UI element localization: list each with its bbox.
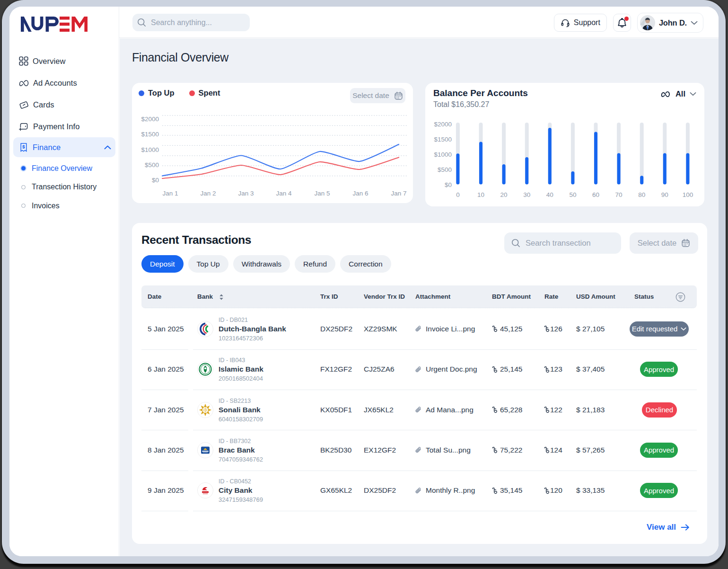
- svg-text:0: 0: [456, 191, 460, 198]
- svg-text:80: 80: [638, 191, 645, 198]
- svg-text:$0: $0: [152, 177, 159, 184]
- svg-text:20: 20: [500, 191, 508, 198]
- svg-text:$1000: $1000: [434, 151, 452, 158]
- svg-text:Jan 1: Jan 1: [162, 190, 178, 197]
- svg-text:$500: $500: [145, 161, 159, 169]
- svg-text:90: 90: [661, 191, 668, 198]
- svg-text:100: 100: [683, 191, 693, 198]
- svg-text:Jan 4: Jan 4: [276, 190, 292, 197]
- svg-text:Jan 6: Jan 6: [352, 190, 368, 197]
- svg-text:Jan 7: Jan 7: [391, 190, 406, 197]
- svg-text:Jan 3: Jan 3: [238, 190, 254, 197]
- svg-text:$2000: $2000: [141, 116, 159, 123]
- svg-text:40: 40: [546, 191, 553, 198]
- svg-text:$500: $500: [438, 166, 452, 173]
- svg-text:50: 50: [569, 191, 576, 198]
- svg-text:Jan 5: Jan 5: [314, 190, 330, 197]
- svg-text:$0: $0: [445, 181, 452, 188]
- svg-text:30: 30: [523, 191, 530, 198]
- svg-text:$1500: $1500: [141, 131, 159, 138]
- svg-text:$1500: $1500: [434, 136, 452, 143]
- svg-text:Jan 2: Jan 2: [200, 190, 216, 197]
- svg-text:10: 10: [477, 191, 484, 198]
- svg-text:$2000: $2000: [434, 121, 452, 128]
- svg-text:70: 70: [615, 191, 623, 198]
- svg-text:60: 60: [592, 191, 599, 198]
- svg-text:$1000: $1000: [141, 146, 159, 153]
